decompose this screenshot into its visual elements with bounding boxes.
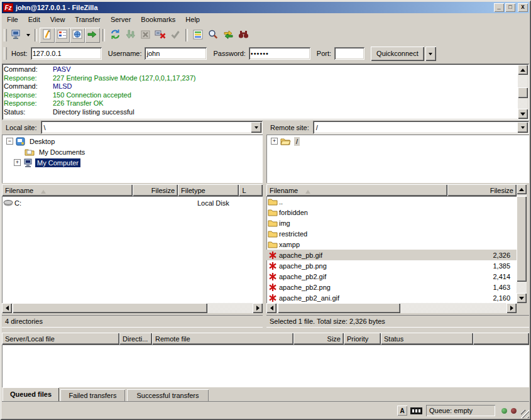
remote-site-combo[interactable]: / [313, 121, 529, 134]
remote-file-row[interactable]: forbidden [266, 207, 517, 218]
column-filename[interactable]: Filename [266, 184, 447, 196]
disconnect-button[interactable] [153, 28, 168, 43]
resize-grip[interactable] [521, 410, 529, 418]
scroll-right-button[interactable] [253, 303, 263, 313]
scroll-down-button[interactable] [517, 293, 527, 303]
column-server-local-file[interactable]: Server/Local file [2, 333, 119, 345]
remote-file-row[interactable]: .. [266, 196, 517, 207]
column-direction[interactable]: Directi... [119, 333, 152, 345]
menu-view[interactable]: View [45, 14, 70, 25]
tree-item-root[interactable]: + / [266, 135, 529, 146]
quickconnect-dropdown[interactable] [425, 47, 436, 61]
local-site-combo[interactable]: \ [41, 121, 263, 134]
menu-help[interactable]: Help [180, 14, 205, 25]
host-input[interactable] [31, 47, 102, 60]
arrow-left-icon [268, 306, 273, 311]
log-scrollbar[interactable] [518, 65, 528, 119]
menu-bookmarks[interactable]: Bookmarks [136, 14, 180, 25]
port-input[interactable] [334, 47, 364, 60]
reconnect-button[interactable] [168, 28, 183, 43]
cancel-button[interactable] [138, 28, 153, 43]
local-site-dropdown[interactable] [251, 122, 261, 133]
toolbar [2, 26, 529, 43]
column-label: Filetype [181, 187, 205, 194]
scroll-right-button[interactable] [506, 303, 517, 313]
toolbar-grip[interactable] [4, 29, 7, 41]
toggle-remote-tree-button[interactable] [70, 28, 85, 43]
remote-site-dropdown[interactable] [517, 122, 528, 133]
scroll-down-button[interactable] [518, 109, 528, 119]
menu-transfer[interactable]: Transfer [70, 14, 106, 25]
scroll-left-button[interactable] [266, 303, 276, 313]
remote-file-row-selected[interactable]: apache_pb.gif 2,326 [266, 250, 517, 260]
tab-successful-transfers[interactable]: Successful transfers [127, 389, 209, 401]
column-priority[interactable]: Priority [344, 333, 381, 345]
site-manager-dropdown[interactable] [24, 28, 32, 43]
synchronized-browsing-button[interactable] [221, 28, 236, 43]
maximize-button[interactable]: □ [505, 3, 515, 12]
column-filesize[interactable]: Filesize [447, 184, 517, 196]
remote-file-row[interactable]: apache_pb.png 1,385 [266, 260, 517, 271]
remote-file-row[interactable]: apache_pb2.gif 2,414 [266, 271, 517, 282]
sync-arrows-icon [223, 30, 234, 40]
directory-comparison-button[interactable] [205, 28, 221, 43]
site-manager-icon [11, 29, 22, 41]
column-remote-file[interactable]: Remote file [152, 333, 293, 345]
expand-icon[interactable]: + [14, 159, 21, 166]
process-queue-button[interactable] [123, 28, 138, 43]
scroll-thumb[interactable] [517, 196, 527, 282]
remote-file-row[interactable]: restricted [266, 228, 517, 239]
remote-file-row[interactable]: img [266, 218, 517, 228]
column-filetype[interactable]: Filetype [178, 184, 239, 196]
tree-item-my-computer[interactable]: + My Computer [2, 157, 263, 168]
remote-list-hscrollbar[interactable] [266, 303, 517, 313]
column-filesize[interactable]: Filesize [133, 184, 178, 196]
toggle-local-tree-button[interactable] [55, 28, 70, 43]
tree-item-desktop[interactable]: − Desktop [2, 135, 263, 146]
local-site-label: Local site: [2, 124, 41, 131]
username-input[interactable] [145, 47, 207, 60]
menu-edit[interactable]: Edit [23, 14, 45, 25]
quickbar-grip[interactable] [4, 47, 7, 60]
column-status[interactable]: Status [381, 333, 473, 345]
remote-file-row[interactable]: apache_pb2_ani.gif 2,160 [266, 292, 517, 303]
scroll-up-button[interactable] [517, 184, 527, 194]
column-size[interactable]: Size [293, 333, 344, 345]
tab-queued-files[interactable]: Queued files [3, 387, 59, 401]
refresh-button[interactable] [107, 28, 123, 43]
site-manager-button[interactable] [9, 28, 24, 43]
menu-file[interactable]: File [2, 14, 23, 25]
toggle-log-button[interactable] [40, 28, 55, 43]
menu-server[interactable]: Server [106, 14, 136, 25]
local-tree-icon [57, 29, 68, 41]
local-list-hscrollbar[interactable] [2, 303, 263, 313]
close-button[interactable]: X [518, 3, 528, 12]
local-file-row[interactable]: C: Local Disk [2, 196, 263, 208]
scroll-thumb[interactable] [278, 303, 400, 313]
find-files-button[interactable] [236, 28, 251, 43]
scroll-thumb[interactable] [518, 87, 528, 98]
expand-icon[interactable]: + [271, 138, 278, 145]
scroll-thumb[interactable] [13, 303, 207, 313]
column-last-modified[interactable]: L [239, 184, 263, 196]
minimize-button[interactable]: _ [494, 3, 504, 12]
scroll-left-button[interactable] [2, 303, 12, 313]
toggle-queue-button[interactable] [85, 28, 100, 43]
filter-button[interactable] [190, 28, 205, 43]
remote-file-row[interactable]: xampp [266, 239, 517, 250]
quickconnect-button[interactable]: Quickconnect [371, 47, 424, 61]
password-input[interactable] [249, 47, 310, 60]
remote-list-scrollbar[interactable] [517, 184, 527, 303]
queue-list[interactable] [2, 345, 529, 387]
chevron-down-icon [255, 126, 258, 131]
collapse-icon[interactable]: − [6, 138, 13, 145]
remote-file-row[interactable]: apache_pb2.png 1,463 [266, 282, 517, 292]
status-bar: A Queue: empty [2, 403, 529, 418]
log-line: Response:150 Connection accepted [4, 91, 517, 100]
column-filename[interactable]: Filename [2, 184, 133, 196]
file-size: 2,326 [447, 251, 517, 259]
tab-failed-transfers[interactable]: Failed transfers [60, 389, 125, 401]
scroll-up-button[interactable] [518, 65, 528, 75]
tree-item-my-documents[interactable]: My Documents [2, 146, 263, 157]
arrow-right-icon [256, 306, 262, 311]
